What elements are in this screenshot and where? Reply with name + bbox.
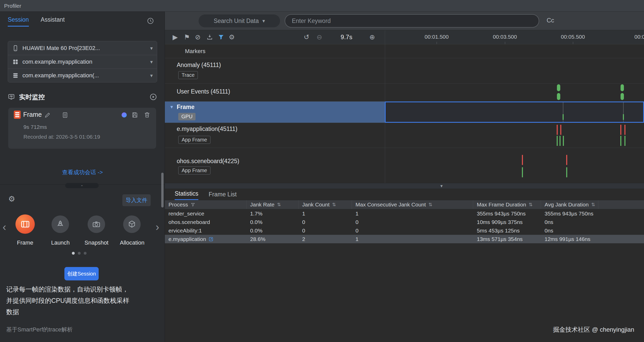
cell-max-consecutive: 1 — [352, 235, 473, 243]
carousel-item-allocation[interactable] — [123, 215, 141, 233]
timeline-toolbar: ▶ ⚑ ⊘ ⚙ ↺ ⊖ 9.7s ⊕ 00:01.500 00:03.500 0… — [165, 30, 644, 44]
gear-icon[interactable]: ⚙ — [8, 195, 15, 203]
splitter-handle-icon[interactable]: ▼ — [436, 184, 447, 188]
notes-icon[interactable] — [62, 112, 68, 118]
tab-assistant[interactable]: Assistant — [41, 16, 65, 27]
col-jank-rate[interactable]: Jank Rate ⇅ — [247, 200, 299, 209]
cell-max-frame-duration: 355ms 943µs 750ns — [473, 209, 541, 218]
carousel-next-icon[interactable]: › — [156, 222, 159, 232]
track-markers[interactable]: Markers — [165, 44, 644, 58]
table-row-selected[interactable]: e.myapplication 28.6% 2 1 13ms 571µs 354… — [165, 235, 644, 243]
search-scope-dropdown[interactable]: Search Unit Data ▾ — [199, 14, 280, 27]
filter-icon[interactable] — [217, 34, 225, 41]
filter-funnel-icon[interactable] — [191, 202, 195, 207]
cell-jank-rate: 1.7% — [247, 209, 299, 218]
sort-icon[interactable]: ⇅ — [529, 202, 532, 207]
create-session-button[interactable]: 创建Session — [64, 267, 99, 280]
history-icon[interactable] — [147, 17, 154, 24]
col-avg-jank-duration[interactable]: Avg Jank Duration ⇅ — [541, 200, 598, 209]
track-sceneboard[interactable]: ohos.sceneboard(4225) App Frame — [165, 148, 644, 183]
gear-icon[interactable]: ⚙ — [229, 33, 235, 41]
app-grid-icon — [12, 59, 19, 65]
cell-jank-count: 0 — [299, 226, 352, 235]
sort-icon[interactable]: ⇅ — [591, 202, 595, 207]
sidebar-scrollbar[interactable] — [161, 173, 164, 207]
table-row[interactable]: render_service 1.7% 1 1 355ms 943µs 750n… — [165, 209, 644, 218]
tab-statistics[interactable]: Statistics — [175, 190, 198, 200]
timeline-mark — [624, 136, 625, 146]
carousel-dot[interactable] — [84, 252, 87, 255]
session-recorded-at: Recorded at: 2026-3-5 01:06:19 — [23, 134, 100, 140]
track-plot-user-events[interactable] — [385, 84, 644, 101]
track-frame-selected[interactable]: ▼ Frame GPU — [165, 102, 644, 123]
timeline-mark — [620, 125, 621, 135]
track-user-events[interactable]: User Events (45111) — [165, 84, 644, 102]
app-selector[interactable]: com.example.myapplication ▾ — [8, 55, 157, 69]
sort-icon[interactable]: ⇅ — [277, 202, 281, 207]
carousel-item-launch[interactable] — [52, 215, 69, 233]
timeline-mark — [522, 167, 523, 177]
watermark-credit: 掘金技术社区 @ chenyingjian — [553, 326, 634, 334]
play-circle-icon[interactable] — [149, 93, 157, 101]
sort-icon[interactable]: ⇅ — [428, 202, 432, 207]
search-input[interactable] — [285, 14, 539, 28]
cell-jank-rate: 0.0% — [247, 218, 299, 226]
import-file-button[interactable]: 导入文件 — [122, 194, 151, 206]
carousel-label-launch: Launch — [49, 239, 71, 246]
carousel-dot[interactable] — [78, 252, 81, 255]
jump-to-icon[interactable] — [208, 237, 214, 242]
sort-icon[interactable]: ⇅ — [332, 202, 336, 207]
save-icon[interactable] — [131, 112, 138, 118]
track-plot-markers[interactable] — [385, 44, 644, 58]
carousel-item-frame[interactable] — [15, 214, 35, 234]
match-case-toggle[interactable]: Cc — [547, 17, 554, 24]
sidebar: Session Assistant HUAWEI Mate 60 Pro[23E… — [0, 12, 165, 342]
table-row[interactable]: ohos.sceneboard 0.0% 0 0 10ms 909µs 375n… — [165, 218, 644, 226]
timeline-mark — [624, 125, 625, 135]
carousel-prev-icon[interactable]: ‹ — [3, 222, 6, 232]
trash-icon[interactable] — [144, 112, 150, 118]
track-plot-myapplication[interactable] — [385, 123, 644, 148]
flag-icon[interactable]: ⚑ — [184, 33, 190, 41]
carousel-dot[interactable] — [72, 252, 75, 255]
carousel-item-snapshot[interactable] — [88, 215, 105, 233]
zoom-in-icon[interactable]: ⊕ — [369, 33, 375, 41]
track-plot-sceneboard[interactable] — [385, 148, 644, 183]
process-selector[interactable]: com.example.myapplication(... ▾ — [8, 69, 157, 82]
timeline-mark — [557, 84, 560, 91]
cell-jank-count: 2 — [299, 235, 352, 243]
carousel-dots[interactable] — [72, 252, 87, 255]
track-anomaly[interactable]: Anomaly (45111) Trace — [165, 58, 644, 84]
panel-collapse-handle[interactable]: ⌄ — [65, 183, 99, 188]
expand-down-icon[interactable]: ▼ — [170, 105, 174, 110]
reset-zoom-icon[interactable]: ↺ — [304, 33, 309, 41]
col-max-frame-duration[interactable]: Max Frame Duration ⇅ — [473, 200, 541, 209]
record-off-icon[interactable]: ⊘ — [195, 33, 201, 41]
device-selector[interactable]: HUAWEI Mate 60 Pro[23E02... ▾ — [8, 41, 157, 55]
col-label: Avg Jank Duration — [545, 202, 589, 208]
play-icon[interactable]: ▶ — [173, 33, 178, 41]
cell-process: erviceAbility:1 — [165, 226, 247, 235]
table-row[interactable]: erviceAbility:1 0.0% 0 0 5ms 453µs 125ns… — [165, 226, 644, 235]
session-card[interactable]: Frame 9s 712ms Recorded at: 2026-3-5 01:… — [8, 108, 156, 149]
ruler-label: 00:03.500 — [493, 34, 517, 40]
track-label: ohos.sceneboard(4225) — [177, 158, 239, 165]
col-label: Max Frame Duration — [477, 202, 526, 208]
view-success-sessions-link[interactable]: 查看成功会话 -> — [0, 169, 165, 176]
tab-session[interactable]: Session — [8, 16, 29, 27]
collect-icon[interactable] — [206, 34, 213, 41]
ruler-label: 00:07 — [634, 34, 644, 40]
col-jank-count[interactable]: Jank Count ⇅ — [299, 200, 352, 209]
track-plot-anomaly[interactable] — [385, 58, 644, 83]
col-process[interactable]: Process — [165, 200, 247, 209]
col-max-consecutive-jank[interactable]: Max Consecutive Jank Count ⇅ — [352, 200, 473, 209]
track-plot-frame[interactable] — [385, 102, 644, 123]
cell-jank-count: 0 — [299, 218, 352, 226]
col-label: Max Consecutive Jank Count — [355, 202, 426, 208]
zoom-out-icon[interactable]: ⊖ — [317, 33, 322, 41]
panel-splitter[interactable]: ▼ — [165, 183, 644, 189]
chevron-down-icon: ▾ — [150, 72, 153, 79]
tab-frame-list[interactable]: Frame List — [209, 191, 237, 200]
edit-icon[interactable] — [44, 112, 51, 118]
track-myapplication[interactable]: e.myapplication(45111) App Frame — [165, 123, 644, 148]
